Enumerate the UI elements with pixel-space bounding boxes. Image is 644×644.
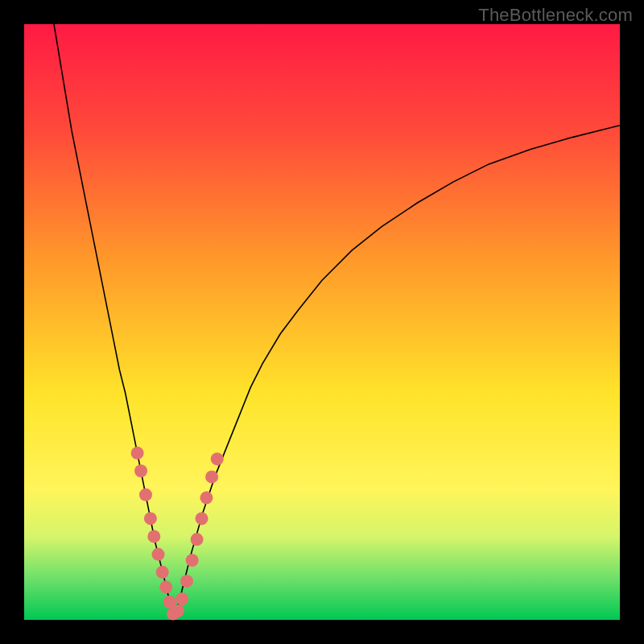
data-marker bbox=[200, 491, 213, 504]
data-marker bbox=[152, 548, 165, 561]
data-marker bbox=[205, 470, 218, 483]
data-marker bbox=[171, 605, 184, 617]
data-marker bbox=[134, 464, 147, 477]
chart-frame: TheBottleneck.com bbox=[0, 0, 644, 644]
data-marker bbox=[159, 580, 172, 593]
data-marker bbox=[211, 452, 224, 465]
data-marker bbox=[147, 530, 160, 543]
data-marker bbox=[196, 512, 208, 525]
data-marker bbox=[191, 533, 204, 546]
data-marker bbox=[139, 489, 152, 502]
curve-right bbox=[173, 126, 620, 620]
watermark-text: TheBottleneck.com bbox=[478, 5, 633, 26]
data-marker bbox=[186, 554, 199, 567]
chart-svg bbox=[24, 24, 620, 620]
data-marker bbox=[180, 575, 193, 588]
data-marker bbox=[131, 447, 144, 460]
data-marker bbox=[144, 512, 157, 525]
data-marker bbox=[175, 592, 188, 605]
marker-group bbox=[131, 447, 224, 621]
data-marker bbox=[156, 566, 169, 579]
plot-area bbox=[24, 24, 620, 620]
